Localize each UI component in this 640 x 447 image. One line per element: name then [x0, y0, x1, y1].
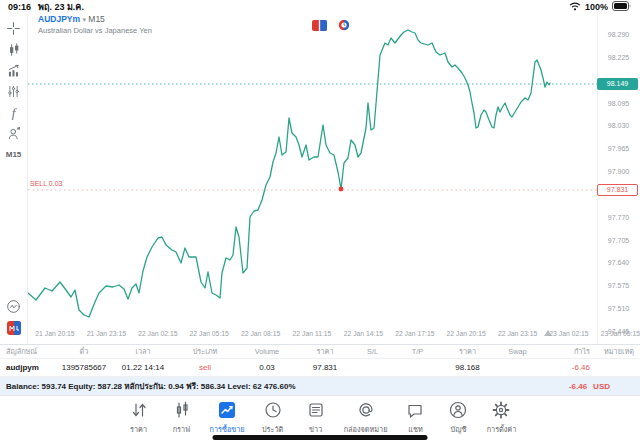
price-axis-label: 97.770: [599, 214, 638, 221]
tab-label: การตั้งค่า: [487, 424, 517, 435]
functions-icon[interactable]: f: [3, 102, 25, 123]
price-axis-label: 97.510: [599, 305, 638, 312]
price-axis-label: 97.640: [599, 259, 638, 266]
mql5-logo-icon[interactable]: [3, 317, 25, 338]
price-axis-label: 98.290: [599, 31, 638, 38]
account-summary-bar: Balance: 593.74 Equity: 587.28 หลักประกั…: [0, 377, 640, 396]
sell-order-label[interactable]: SELL 0.03: [30, 180, 62, 187]
position-cell: -6.46: [540, 363, 598, 372]
quotes-arrows-icon: [130, 401, 148, 423]
symbol-name[interactable]: AUDJPYm: [38, 14, 80, 24]
column-header: ประเภท: [176, 346, 234, 357]
floating-profit: -6.46 USD: [569, 382, 610, 391]
time-axis-label: 23 Jan 05:15: [601, 330, 640, 337]
status-bar: 09:16 พฤ. 23 ม.ค. 100%: [0, 0, 640, 14]
position-row-audjpym[interactable]: audjpym139578566701.22 14:14sell0.0397.8…: [0, 359, 640, 377]
price-axis-label: 98.095: [599, 100, 638, 107]
wifi-icon: [569, 2, 581, 13]
tab-label: บัญชี: [451, 424, 467, 435]
battery-icon: [612, 1, 632, 13]
support-chat-icon[interactable]: [3, 296, 25, 317]
column-header: ราคา: [440, 346, 495, 357]
profit-currency: USD: [593, 382, 610, 391]
bottom-tab-bar: ราคากราฟการซื้อขายประวัติข่าวกล่องจดหมาย…: [0, 395, 640, 447]
positions-table-header: สัญลักษณ์ตั๋วเวลาประเภทVolumeราคาS/LT/Pร…: [0, 345, 640, 359]
metatrader-app-window: 09:16 พฤ. 23 ม.ค. 100% fM15 AUDJPYm ▾ M1…: [0, 0, 640, 447]
trade-account-icon[interactable]: [3, 123, 25, 144]
timeframe-button[interactable]: M15: [3, 144, 25, 165]
position-cell: 1395785667: [58, 363, 110, 372]
tab-label: การซื้อขาย: [210, 424, 245, 435]
chat-bubble-icon: [406, 401, 424, 423]
time-axis-label: 23 Jan 02:15: [549, 330, 588, 337]
column-header: กำไร: [540, 346, 598, 357]
time-axis-label: 22 Jan 20:15: [447, 330, 486, 337]
account-summary-text: Balance: 593.74 Equity: 587.28 หลักประกั…: [6, 380, 296, 393]
price-axis-label: 97.705: [599, 237, 638, 244]
time-axis-label: 22 Jan 23:15: [498, 330, 537, 337]
crosshair-icon[interactable]: [3, 18, 25, 39]
tab-trade-chart[interactable]: การซื้อขาย: [210, 401, 245, 435]
current-price-badge: 98.149: [597, 78, 638, 90]
trade-chart-icon: [218, 401, 236, 423]
clock-time: 09:16: [8, 2, 31, 12]
account-person-icon: [449, 401, 467, 423]
tab-news[interactable]: ข่าว: [301, 401, 331, 435]
price-axis-label: 98.225: [599, 54, 638, 61]
news-icon: [307, 401, 325, 423]
tab-settings-gear[interactable]: การตั้งค่า: [486, 401, 516, 435]
price-axis-label: 98.030: [599, 122, 638, 129]
time-axis-label: 22 Jan 05:15: [190, 330, 229, 337]
tab-label: ประวัติ: [262, 424, 283, 435]
price-axis-label: 97.575: [599, 282, 638, 289]
profit-value: -6.46: [569, 382, 587, 391]
price-line-chart[interactable]: [0, 0, 640, 344]
column-header: สัญลักษณ์: [0, 346, 58, 357]
column-header: หมายเหตุ: [598, 346, 640, 357]
home-indicator[interactable]: [213, 435, 428, 440]
objects-icon[interactable]: [3, 81, 25, 102]
chevron-down-icon: ▾: [82, 16, 86, 23]
time-axis-label: 22 Jan 08:15: [241, 330, 280, 337]
tab-quotes-arrows[interactable]: ราคา: [124, 401, 154, 435]
chart-toolbar: fM15: [0, 14, 28, 344]
timeframe-label: M15: [88, 14, 105, 24]
position-cell: 01.22 14:14: [110, 363, 176, 372]
status-date: พฤ. 23 ม.ค.: [38, 0, 84, 14]
chart-type-candles-icon[interactable]: [3, 39, 25, 60]
tab-label: ข่าว: [309, 424, 322, 435]
tab-history-clock[interactable]: ประวัติ: [258, 401, 288, 435]
settings-gear-icon: [492, 401, 510, 423]
battery-percent: 100%: [585, 2, 608, 12]
open-positions-table: สัญลักษณ์ตั๋วเวลาประเภทVolumeราคาS/LT/Pร…: [0, 344, 640, 396]
tab-chart-candles[interactable]: กราฟ: [167, 401, 197, 435]
column-header: T/P: [395, 347, 440, 356]
session-clock-icon: [338, 17, 350, 35]
indicators-icon[interactable]: [3, 60, 25, 81]
chart-header[interactable]: AUDJPYm ▾ M15 Australian Dollar vs Japan…: [38, 14, 152, 35]
position-cell: sell: [176, 363, 234, 372]
position-cell: audjpym: [0, 363, 58, 372]
price-axis-label: 97.900: [599, 168, 638, 175]
time-axis-label: 21 Jan 20:15: [35, 330, 74, 337]
column-header: เวลา: [110, 346, 176, 357]
tab-chat-bubble[interactable]: แชท: [400, 401, 430, 435]
sell-order-price-badge: 97.831: [597, 184, 638, 196]
time-axis-label: 22 Jan 11:15: [293, 330, 332, 337]
tab-label: กล่องจดหมาย: [344, 424, 388, 435]
history-clock-icon: [264, 401, 282, 423]
tab-account-person[interactable]: บัญชี: [443, 401, 473, 435]
tab-label: กราฟ: [173, 424, 191, 435]
time-axis-label: 21 Jan 23:15: [87, 330, 126, 337]
tab-mailbox-at[interactable]: กล่องจดหมาย: [344, 401, 388, 435]
column-header: ตั๋ว: [58, 346, 110, 357]
position-cell: 98.168: [440, 363, 495, 372]
position-cell: 0.03: [234, 363, 300, 372]
time-axis-label: 22 Jan 02:15: [138, 330, 177, 337]
column-header: ราคา: [300, 346, 350, 357]
tab-label: แชท: [408, 424, 422, 435]
column-header: S/L: [350, 347, 395, 356]
tab-label: ราคา: [130, 424, 147, 435]
symbol-description: Australian Dollar vs Japanese Yen: [38, 26, 152, 35]
chart-candles-icon: [173, 401, 191, 423]
